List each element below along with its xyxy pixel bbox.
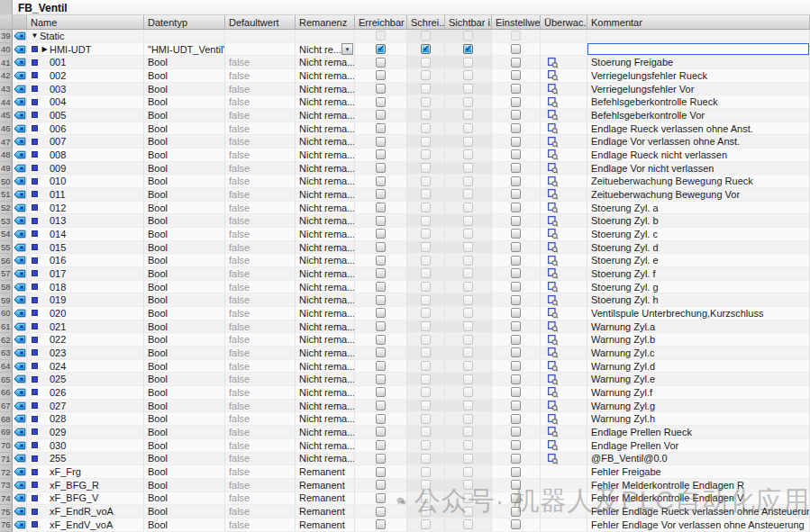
kommentar-cell[interactable]: @FB_Ventil@0.0 [587,453,810,466]
kommentar-cell[interactable]: Endlage Prellen Vor [587,439,810,453]
kommentar-cell[interactable]: Warnung Zyl.a [587,320,810,334]
checkbox-erreichbar[interactable] [376,137,386,147]
kommentar-cell[interactable]: Fehler Freigabe [587,465,810,479]
remanenz-cell[interactable]: Nicht rema... [296,214,355,228]
datatype-cell[interactable]: Bool [144,412,225,426]
remanenz-cell[interactable]: Nicht re...▼ [296,43,355,57]
checkbox-einstellwert[interactable] [511,58,521,68]
table-row[interactable]: 62022BoolfalseNicht rema...Warnung Zyl.b [0,333,810,347]
checkbox-erreichbar[interactable] [376,295,386,305]
checkbox-einstellwert[interactable] [511,440,521,450]
name-cell[interactable]: xF_BFG_V [27,492,144,506]
name-cell[interactable]: 001 [27,56,144,69]
checkbox-einstellwert[interactable] [511,347,521,357]
kommentar-cell[interactable]: Zeitueberwachung Bewegung Rueck [587,175,810,188]
checkbox-erreichbar[interactable] [376,229,386,239]
defaultwert-cell[interactable]: false [225,267,296,281]
remanenz-dropdown[interactable]: Nicht re...▼ [299,43,354,55]
checkbox-einstellwert[interactable] [511,361,521,371]
checkbox-schreibbar[interactable] [421,44,431,54]
kommentar-cell[interactable]: Fehler Endlage Rueck verlassen ohne Anst… [587,505,810,518]
name-cell[interactable]: 016 [27,254,144,267]
defaultwert-cell[interactable]: false [225,465,296,479]
remanenz-cell[interactable]: Nicht rema... [296,333,355,347]
kommentar-cell[interactable]: Fehler Melderkontrolle Endlagen V [587,492,810,506]
kommentar-cell[interactable] [587,30,810,43]
checkbox-erreichbar[interactable] [376,149,386,159]
checkbox-erreichbar[interactable] [376,189,386,199]
name-cell[interactable]: 009 [27,162,144,176]
kommentar-cell[interactable]: Warnung Zyl.g [587,400,810,413]
kommentar-cell[interactable]: Befehlsgeberkontrolle Vor [587,109,810,122]
datatype-cell[interactable]: Bool [144,465,225,479]
name-cell[interactable]: 020 [27,307,144,320]
kommentar-cell[interactable]: Ventilspule Unterbrechung,Kurzschluss [587,307,810,320]
checkbox-einstellwert[interactable] [511,84,521,94]
remanenz-cell[interactable] [296,30,355,43]
name-cell[interactable]: xF_EndV_voA [27,518,144,532]
datatype-cell[interactable]: Bool [144,241,225,255]
defaultwert-cell[interactable]: false [225,69,296,83]
kommentar-cell[interactable]: Stoerung Zyl. a [587,202,810,215]
checkbox-erreichbar[interactable] [376,308,386,318]
datatype-cell[interactable]: Bool [144,188,225,202]
table-row[interactable]: 65025BoolfalseNicht rema...Warnung Zyl.e [0,373,810,386]
defaultwert-cell[interactable]: false [225,293,296,307]
checkbox-erreichbar[interactable] [376,493,386,503]
datatype-cell[interactable]: Bool [144,307,225,320]
kommentar-cell[interactable]: Endlage Rueck verlassen ohne Anst. [587,122,810,136]
checkbox-einstellwert[interactable] [511,295,521,305]
checkbox-einstellwert[interactable] [511,256,521,266]
checkbox-einstellwert[interactable] [511,308,521,318]
name-cell[interactable]: 255 [27,453,144,466]
kommentar-cell[interactable]: Warnung Zyl.e [587,373,810,386]
datatype-cell[interactable]: Bool [144,360,225,374]
name-cell[interactable]: 024 [27,360,144,374]
datatype-cell[interactable]: Bool [144,453,225,466]
checkbox-einstellwert[interactable] [511,44,521,54]
checkbox-einstellwert[interactable] [511,70,521,80]
remanenz-cell[interactable]: Nicht rema... [296,426,355,439]
table-row[interactable]: 40▶HMI-UDT"HMI-UDT_Ventil"Nicht re...▼ [0,43,810,57]
checkbox-erreichbar[interactable] [376,427,386,437]
name-cell[interactable]: 018 [27,281,144,294]
defaultwert-cell[interactable]: false [225,214,296,228]
checkbox-einstellwert[interactable] [511,414,521,424]
table-row[interactable]: 73xF_BFG_RBoolfalseRemanentFehler Melder… [0,479,810,492]
table-row[interactable]: 50010BoolfalseNicht rema...Zeitueberwach… [0,175,810,188]
defaultwert-cell[interactable]: false [225,479,296,492]
checkbox-erreichbar[interactable] [376,70,386,80]
remanenz-cell[interactable]: Nicht rema... [296,228,355,241]
datatype-cell[interactable]: Bool [144,135,225,149]
kommentar-cell[interactable]: Warnung Zyl.b [587,333,810,347]
name-cell[interactable]: 019 [27,293,144,307]
table-row[interactable]: 48008BoolfalseNicht rema...Endlage Rueck… [0,149,810,162]
checkbox-einstellwert[interactable] [511,454,521,464]
name-cell[interactable]: 015 [27,241,144,255]
name-cell[interactable]: ▼Static [27,30,144,43]
checkbox-einstellwert[interactable] [511,401,521,410]
header-remanenz[interactable]: Remanenz [296,15,355,29]
checkbox-erreichbar[interactable] [376,321,386,331]
defaultwert-cell[interactable]: false [225,109,296,122]
defaultwert-cell[interactable]: false [225,400,296,413]
table-row[interactable]: 52012BoolfalseNicht rema...Stoerung Zyl.… [0,202,810,215]
checkbox-erreichbar[interactable] [376,58,386,68]
name-cell[interactable]: 023 [27,347,144,360]
datatype-cell[interactable]: Bool [144,400,225,413]
table-row[interactable]: 39▼Static [0,30,810,43]
remanenz-cell[interactable]: Nicht rema... [296,95,355,109]
collapse-triangle-icon[interactable]: ▼ [30,32,40,40]
datatype-cell[interactable]: Bool [144,320,225,334]
remanenz-cell[interactable]: Nicht rema... [296,453,355,466]
kommentar-cell[interactable]: Stoerung Zyl. b [587,214,810,228]
kommentar-cell[interactable]: Zeitueberwachung Bewegung Vor [587,188,810,202]
table-row[interactable]: 59019BoolfalseNicht rema...Stoerung Zyl.… [0,293,810,307]
datatype-cell[interactable]: Bool [144,426,225,439]
checkbox-einstellwert[interactable] [511,97,521,107]
table-row[interactable]: 74xF_BFG_VBoolfalseRemanentFehler Melder… [0,492,810,506]
defaultwert-cell[interactable]: false [225,320,296,334]
datatype-cell[interactable]: Bool [144,439,225,453]
name-cell[interactable]: ▶HMI-UDT [27,43,144,57]
defaultwert-cell[interactable]: false [225,149,296,162]
